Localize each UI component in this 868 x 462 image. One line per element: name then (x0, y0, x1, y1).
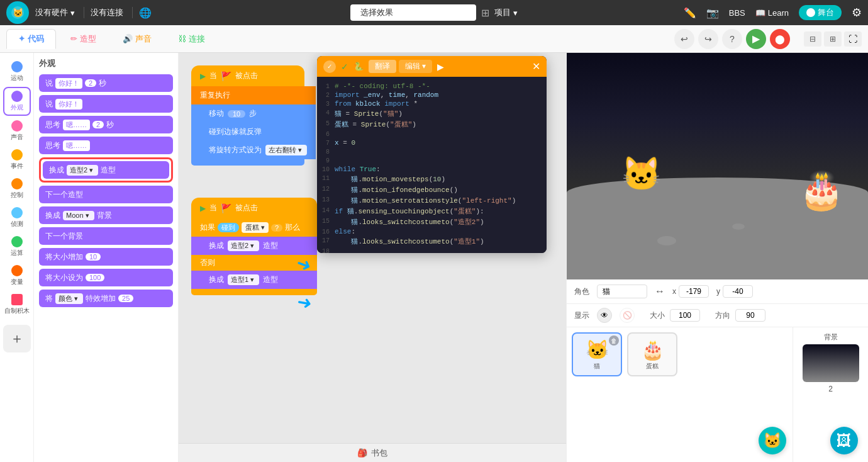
category-variables[interactable]: 变量 (3, 262, 31, 290)
layout-full-button[interactable]: ⊞ (824, 31, 842, 47)
stage-canvas[interactable]: 🐱 🎂 (567, 53, 868, 279)
x-label: x (672, 287, 676, 296)
block-move[interactable]: 移动 10 步 (191, 104, 316, 123)
category-operators[interactable]: 运算 (3, 233, 31, 261)
code-tab-translate[interactable]: 翻译 (369, 60, 396, 73)
effect-selector[interactable]: 选择效果 (350, 4, 476, 21)
script-group-2[interactable]: ▶ 当 🚩 被点击 如果 碰到 蛋糕 ▾ ? 那么 换成 造型2 ▾ 造型 否则 (191, 198, 317, 295)
block-set-size[interactable]: 将大小设为 100 (39, 269, 173, 286)
block-say-sec[interactable]: 说 你好！ 2 秒 (39, 74, 173, 92)
block-repeat[interactable]: 重复执行 (191, 86, 316, 104)
topbar: 🐱 没有硬件 ▾ 没有连接 🌐 选择效果 ⊞ 项目 ▾ ✏️ 📷 BBS 📖 L… (0, 0, 868, 25)
block-bounce[interactable]: 碰到边缘就反弹 (191, 123, 316, 141)
size-label: 大小 (650, 310, 665, 321)
photo-icon: 🖼 (837, 432, 852, 449)
code-line-18: 18 (317, 247, 547, 253)
block-switch-costume2[interactable]: 换成 造型2 ▾ 造型 (191, 237, 317, 255)
add-backdrop-button[interactable]: 🖼 (830, 427, 858, 454)
bookbag-icon: 🎒 (357, 448, 367, 458)
backdrop-label: 背景 (824, 332, 838, 342)
tab-costume-label: 造型 (80, 33, 96, 45)
category-sensing[interactable]: 侦测 (3, 204, 31, 232)
sprite-size-input[interactable] (670, 309, 700, 322)
block-when-flag-clicked-2[interactable]: ▶ 当 🚩 被点击 (191, 198, 317, 218)
help-button[interactable]: ? (722, 29, 742, 49)
globe-icon[interactable]: 🌐 (139, 7, 152, 19)
code-check-button[interactable]: ✓ (323, 60, 336, 73)
block-set-rotation[interactable]: 将旋转方式设为 左右翻转 ▾ (191, 141, 316, 159)
code-line-12: 12 猫.motion_ifonedgebounce() (317, 184, 547, 195)
dir-label: 方向 (715, 310, 730, 321)
sprite-name-input[interactable] (597, 285, 647, 298)
block-change-size[interactable]: 将大小增加 10 (39, 248, 173, 266)
backdrop-thumbnail[interactable] (803, 344, 859, 382)
block-think[interactable]: 思考 嗯…… (39, 137, 173, 154)
connection-label: 没有连接 (91, 7, 123, 18)
block-next-costume[interactable]: 下一个造型 (39, 186, 173, 203)
block-change-effect[interactable]: 将 颜色 ▾ 特效增加 25 (39, 290, 173, 307)
sprite-cake-name: 蛋糕 (646, 362, 659, 371)
category-control[interactable]: 控制 (3, 175, 31, 203)
block-say[interactable]: 说 你好！ (39, 95, 173, 113)
bookbag-bar[interactable]: 🎒 书包 (179, 443, 566, 462)
redo-button[interactable]: ↪ (698, 29, 718, 49)
script-group-1[interactable]: ▶ 当 🚩 被点击 重复执行 移动 10 步 碰到边缘就反弹 将旋转方式设为 (191, 65, 316, 166)
run-button[interactable]: ▶ (746, 29, 766, 49)
sprite-y-input[interactable] (723, 285, 753, 298)
sound-icon: 🔊 (123, 34, 133, 43)
sprite-hide-button[interactable]: 🚫 (620, 308, 635, 323)
code-play-button[interactable]: ▶ (437, 62, 444, 72)
category-sound[interactable]: 声音 (3, 117, 31, 145)
stage-cake-sprite[interactable]: 🎂 (799, 169, 844, 211)
sprite-thumb-cake[interactable]: 🎂 蛋糕 (627, 332, 677, 376)
block-group1-cap (191, 159, 304, 166)
stop-button[interactable]: ⬤ (770, 29, 790, 49)
sprite-del-button-cat[interactable]: 🗑 (609, 335, 619, 346)
category-events[interactable]: 事件 (3, 146, 31, 174)
category-add-button[interactable]: ＋ (3, 325, 31, 352)
settings-icon[interactable]: ⚙ (852, 6, 862, 20)
fullscreen-button[interactable]: ⛶ (844, 31, 862, 47)
layout-split-button[interactable]: ⊟ (804, 31, 821, 47)
stage-button[interactable]: 舞台 (799, 5, 842, 20)
block-switch-costume[interactable]: 换成 造型2 ▾ 造型 (43, 161, 169, 179)
block-switch-backdrop[interactable]: 换成 Moon ▾ 背景 (39, 206, 173, 224)
block-when-flag-clicked-1[interactable]: ▶ 当 🚩 被点击 (191, 65, 304, 86)
blocks-panel: 外观 说 你好！ 2 秒 说 你好！ 思考 嗯…… 2 秒 思考 嗯…… 换 (34, 53, 179, 462)
code-close-button[interactable]: ✕ (532, 60, 540, 72)
sprite-info-role-label: 角色 (574, 286, 589, 297)
add-icon: 🐱 (763, 432, 782, 449)
block-think-sec[interactable]: 思考 嗯…… 2 秒 (39, 116, 173, 133)
add-sprite-button[interactable]: 🐱 (759, 427, 786, 454)
block-if[interactable]: 如果 碰到 蛋糕 ▾ ? 那么 (191, 218, 317, 237)
bbs-button[interactable]: BBS (729, 8, 745, 18)
sprite-show-button[interactable]: 👁 (597, 308, 612, 323)
learn-link[interactable]: 📖 Learn (755, 8, 789, 18)
category-custom[interactable]: 自制积木 (3, 291, 31, 318)
stage-cat-sprite[interactable]: 🐱 (621, 155, 662, 193)
code-icon: 🐍 (353, 62, 364, 71)
tab-code[interactable]: ✦ 代码 (6, 29, 56, 49)
sprite-x-input[interactable] (679, 285, 709, 298)
tab-sound-label: 声音 (135, 33, 152, 45)
code-tab-edit[interactable]: 编辑 ▾ (399, 60, 432, 73)
undo-button[interactable]: ↩ (674, 29, 694, 49)
code-line-2: 2 import _env, time, random (317, 91, 547, 99)
edit-icon[interactable]: ✏️ (684, 7, 696, 19)
workspace[interactable]: 🐱 ▶ 当 🚩 被点击 重复执行 移动 10 步 碰到边缘就反弹 (179, 53, 566, 462)
project-button[interactable]: 项目 ▾ (494, 7, 518, 18)
hardware-label: 没有硬件 (35, 7, 68, 18)
hardware-selector[interactable]: 没有硬件 ▾ (35, 7, 84, 18)
sprite-thumb-cat[interactable]: 🗑 🐱 猫 (572, 332, 622, 376)
backdrop-count: 2 (828, 385, 833, 393)
code-icon: ✦ (18, 34, 25, 43)
tab-costume[interactable]: ✏ 造型 (58, 29, 108, 49)
block-next-backdrop[interactable]: 下一个背景 (39, 227, 173, 245)
tab-sound[interactable]: 🔊 声音 (111, 29, 164, 49)
tab-link[interactable]: ⛓ 连接 (166, 29, 217, 49)
camera-icon[interactable]: 📷 (706, 7, 719, 19)
connection-selector[interactable]: 没有连接 (91, 7, 133, 18)
category-appearance[interactable]: 外观 (3, 87, 31, 116)
category-motion[interactable]: 运动 (3, 58, 31, 86)
sprite-dir-input[interactable] (735, 309, 765, 322)
